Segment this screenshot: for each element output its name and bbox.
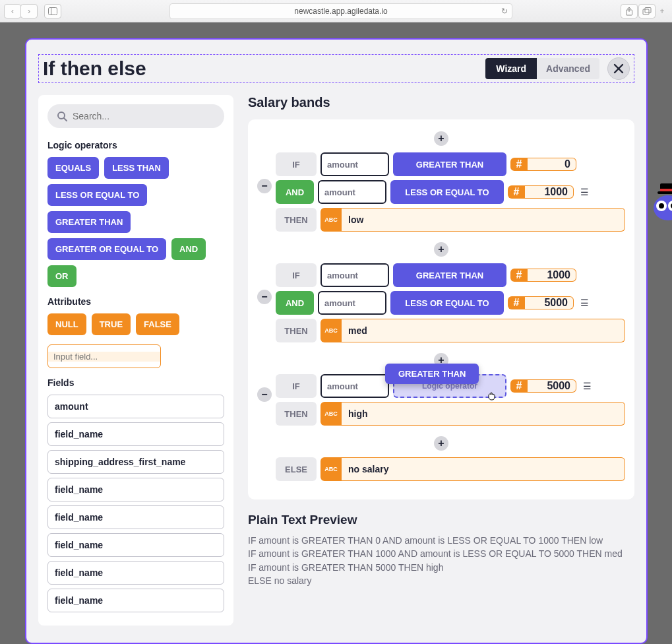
then-value-slot[interactable]: ABC med: [321, 319, 625, 342]
logic-operators-label: Logic operators: [47, 140, 224, 150]
then-value-slot[interactable]: ABC high: [321, 402, 625, 426]
add-block-button[interactable]: +: [434, 242, 448, 257]
add-block-button[interactable]: +: [434, 436, 448, 451]
chip-null[interactable]: NULL: [47, 313, 86, 335]
browser-toolbar: ‹ › newcastle.app.agiledata.io ↻ +: [0, 0, 672, 22]
then-value-slot[interactable]: ABC low: [321, 208, 625, 232]
hash-icon: #: [508, 185, 525, 199]
chip-greater-than[interactable]: GREATER THAN: [47, 211, 131, 233]
value-slot[interactable]: # 0: [510, 158, 576, 171]
else-row: ELSE ABC no salary: [276, 457, 625, 481]
svg-rect-3: [643, 9, 649, 15]
rule-block: − IF amount GREATER THAN # 0 AND: [257, 152, 625, 236]
hash-icon: #: [510, 158, 528, 171]
nav-forward-button[interactable]: ›: [20, 4, 38, 18]
remove-block-button[interactable]: −: [257, 387, 272, 402]
modal-close-button[interactable]: [607, 57, 630, 80]
and-keyword[interactable]: AND: [276, 291, 314, 315]
value-slot[interactable]: # 5000: [508, 296, 574, 309]
chip-and[interactable]: AND: [171, 238, 206, 260]
hash-icon: #: [510, 269, 528, 282]
attribute-input[interactable]: [48, 352, 161, 362]
rule-modal: If then else Wizard Advanced Logic opera…: [25, 38, 648, 644]
field-item[interactable]: field_name: [47, 561, 224, 585]
modal-title: If then else: [43, 57, 146, 80]
field-item[interactable]: shipping_address_first_name: [47, 450, 224, 474]
palette-panel: Logic operators EQUALS LESS THAN LESS OR…: [38, 95, 233, 626]
value-slot[interactable]: # 1000: [508, 185, 574, 199]
value-text: 0: [528, 158, 576, 171]
field-item[interactable]: field_name: [47, 533, 224, 557]
mascot-icon: [651, 183, 672, 223]
field-item[interactable]: field_name: [47, 589, 224, 612]
share-button[interactable]: [621, 4, 638, 18]
field-item[interactable]: field_name: [47, 478, 224, 501]
field-slot[interactable]: amount: [318, 291, 386, 315]
operator-dropzone[interactable]: Logic operator GREATER THAN: [393, 374, 506, 398]
sidebar-toggle-button[interactable]: [44, 4, 61, 18]
chip-false[interactable]: FALSE: [136, 313, 179, 335]
text-type-icon: ABC: [321, 457, 342, 481]
field-item[interactable]: field_name: [47, 505, 224, 529]
then-keyword: THEN: [276, 208, 317, 232]
if-keyword: IF: [276, 263, 317, 287]
then-keyword: THEN: [276, 402, 317, 426]
search-icon: [57, 111, 67, 121]
dragging-operator-chip[interactable]: GREATER THAN: [385, 364, 479, 384]
value-text: 1000: [528, 269, 576, 282]
operator-slot[interactable]: GREATER THAN: [393, 263, 506, 287]
drag-handle-icon[interactable]: ☰: [578, 298, 590, 308]
attributes-label: Attributes: [47, 296, 224, 307]
value-slot[interactable]: # 1000: [510, 269, 576, 282]
attribute-input-field[interactable]: [47, 344, 161, 368]
preview-line: IF amount is GREATER THAN 1000 AND amoun…: [248, 547, 634, 560]
address-bar[interactable]: newcastle.app.agiledata.io ↻: [169, 3, 512, 19]
preview-line: IF amount is GREATER THAN 5000 THEN high: [248, 561, 634, 574]
drag-handle-icon[interactable]: ☰: [578, 187, 590, 197]
field-slot[interactable]: amount: [321, 152, 389, 176]
text-type-icon: ABC: [321, 208, 342, 232]
if-keyword: IF: [276, 152, 317, 176]
value-slot[interactable]: # 5000: [510, 379, 576, 393]
svg-rect-0: [49, 7, 57, 15]
svg-line-6: [64, 118, 67, 121]
chip-less-than[interactable]: LESS THAN: [104, 157, 169, 179]
chip-greater-or-equal[interactable]: GREATER OR EQUAL TO: [47, 238, 166, 260]
rule-canvas: + − IF amount GREATER THAN # 0: [248, 119, 634, 499]
tab-advanced[interactable]: Advanced: [537, 58, 599, 79]
operator-slot[interactable]: LESS OR EQUAL TO: [390, 291, 504, 315]
field-slot[interactable]: amount: [318, 180, 386, 204]
field-item[interactable]: field_name: [47, 422, 224, 446]
rule-block: − IF amount GREATER THAN # 1000: [257, 263, 625, 346]
reload-icon[interactable]: ↻: [501, 7, 508, 16]
operator-slot[interactable]: LESS OR EQUAL TO: [390, 180, 504, 204]
chip-less-or-equal[interactable]: LESS OR EQUAL TO: [47, 184, 147, 206]
mode-tabs: Wizard Advanced: [485, 58, 599, 79]
else-value-slot[interactable]: ABC no salary: [321, 457, 625, 481]
search-box[interactable]: [47, 104, 224, 128]
tabs-button[interactable]: [638, 4, 656, 18]
chip-equals[interactable]: EQUALS: [47, 157, 99, 179]
chip-true[interactable]: TRUE: [92, 313, 131, 335]
nav-back-button[interactable]: ‹: [4, 4, 21, 18]
preview-text: IF amount is GREATER THAN 0 AND amount i…: [248, 534, 634, 587]
field-slot[interactable]: amount: [321, 374, 389, 398]
drag-handle-icon[interactable]: ☰: [580, 381, 592, 391]
add-block-button[interactable]: +: [434, 131, 448, 146]
remove-block-button[interactable]: −: [257, 179, 272, 193]
operator-slot[interactable]: GREATER THAN: [393, 152, 506, 176]
search-input[interactable]: [73, 111, 215, 121]
value-text: 1000: [525, 185, 574, 199]
field-item[interactable]: amount: [47, 395, 224, 418]
preview-line: IF amount is GREATER THAN 0 AND amount i…: [248, 534, 634, 547]
new-tab-button[interactable]: +: [656, 4, 668, 18]
value-text: 5000: [528, 379, 576, 393]
rule-block: − IF amount Logic operator GREATER THAN: [257, 374, 625, 430]
tab-wizard[interactable]: Wizard: [485, 58, 537, 79]
and-keyword[interactable]: AND: [276, 180, 314, 204]
remove-block-button[interactable]: −: [257, 290, 272, 304]
chip-or[interactable]: OR: [47, 265, 76, 287]
field-slot[interactable]: amount: [321, 263, 389, 287]
rule-title: Salary bands: [248, 95, 634, 110]
rule-builder: Salary bands + − IF amount GREATER THAN …: [248, 95, 634, 626]
